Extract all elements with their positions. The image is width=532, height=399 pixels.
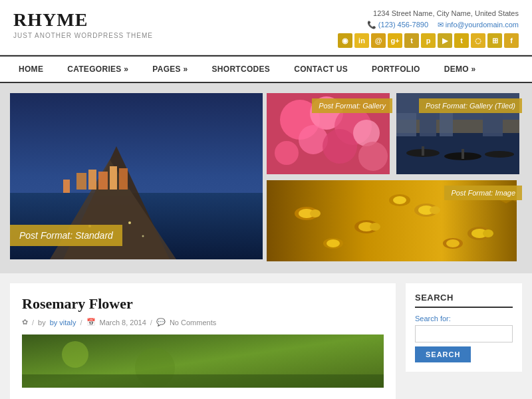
logo-area: RHYME JUST ANOTHER WORDPRESS THEME xyxy=(13,9,153,39)
featured-section: Post Format: Standard xyxy=(0,83,532,273)
svg-rect-32 xyxy=(396,113,416,136)
social-icon-twitter[interactable]: t xyxy=(454,33,469,48)
featured-grid-item-2[interactable]: Post Format: Image xyxy=(267,180,522,263)
svg-point-47 xyxy=(430,206,440,214)
svg-rect-62 xyxy=(22,374,384,388)
svg-point-60 xyxy=(62,341,88,368)
social-icon-tumblr[interactable]: t xyxy=(404,33,419,48)
svg-point-56 xyxy=(446,239,460,247)
meta-separator-2: / xyxy=(80,319,82,327)
svg-rect-9 xyxy=(63,180,70,193)
svg-point-52 xyxy=(327,239,340,247)
featured-grid-label-2: Post Format: Image xyxy=(444,186,522,200)
search-button[interactable]: SEARCH xyxy=(415,346,471,362)
article-title: Rosemary Flower xyxy=(22,295,384,313)
svg-point-12 xyxy=(128,221,131,224)
featured-grid-item-0[interactable]: Post Format: Gallery xyxy=(267,93,392,176)
svg-point-41 xyxy=(310,209,321,217)
nav-demo[interactable]: DEMO » xyxy=(432,57,488,82)
search-widget-title: SEARCH xyxy=(415,293,513,308)
nav-contact[interactable]: CONTACT US xyxy=(282,57,360,82)
social-icon-rss[interactable]: ◌ xyxy=(471,33,485,48)
meta-by: by xyxy=(38,319,46,327)
svg-rect-36 xyxy=(483,110,503,136)
social-icon-youtube[interactable]: ▶ xyxy=(438,33,452,48)
search-widget: SEARCH Search for: SEARCH xyxy=(406,283,522,372)
svg-point-21 xyxy=(275,141,299,165)
social-icon-instagram[interactable]: ◉ xyxy=(338,33,352,48)
contact-info: 1234 Street Name, City Name, United Stat… xyxy=(338,9,519,48)
social-icon-pinterest[interactable]: p xyxy=(421,33,436,48)
svg-rect-5 xyxy=(88,170,96,190)
featured-grid-label-1: Post Format: Gallery (Tiled) xyxy=(419,98,522,113)
main-content: Rosemary Flower ✿ / by by vitaly / 📅 Mar… xyxy=(10,283,396,399)
main-navbar: HOME CATEGORIES » PAGES » SHORTCODES CON… xyxy=(0,55,532,83)
svg-point-50 xyxy=(483,229,493,237)
meta-separator-3: / xyxy=(150,319,152,327)
article-thumbnail xyxy=(22,334,384,388)
svg-point-31 xyxy=(485,151,514,158)
nav-categories[interactable]: CATEGORIES » xyxy=(55,57,140,82)
social-icon-linkedin[interactable]: in xyxy=(354,33,369,48)
svg-rect-28 xyxy=(422,146,424,156)
meta-date-icon: 📅 xyxy=(86,318,96,327)
sidebar: SEARCH Search for: SEARCH xyxy=(406,283,522,399)
meta-date: March 8, 2014 xyxy=(100,319,146,327)
site-subtitle: JUST ANOTHER WORDPRESS THEME xyxy=(13,32,153,39)
svg-point-44 xyxy=(370,223,380,231)
contact-email: info@yourdomain.com xyxy=(438,21,519,29)
featured-main-post[interactable]: Post Format: Standard xyxy=(10,93,263,259)
featured-grid: Post Format: Gallery xyxy=(267,93,522,263)
social-icons-bar: ◉ in @ g+ t p ▶ t ◌ ⊞ f xyxy=(338,33,519,48)
contact-address: 1234 Street Name, City Name, United Stat… xyxy=(338,9,519,17)
meta-category-icon: ✿ xyxy=(22,318,28,327)
social-icon-flickr[interactable]: ⊞ xyxy=(487,33,502,48)
site-title: RHYME xyxy=(13,9,153,31)
svg-point-13 xyxy=(142,235,144,237)
svg-point-22 xyxy=(358,142,388,171)
featured-grid-item-1[interactable]: Post Format: Gallery (Tiled) xyxy=(396,93,522,176)
svg-rect-4 xyxy=(76,173,86,190)
search-input[interactable] xyxy=(415,325,513,342)
svg-rect-8 xyxy=(119,168,128,190)
nav-portfolio[interactable]: PORTFOLIO xyxy=(360,57,432,82)
social-icon-googleplus[interactable]: g+ xyxy=(388,33,402,48)
site-header: RHYME JUST ANOTHER WORDPRESS THEME 1234 … xyxy=(0,0,532,55)
svg-rect-35 xyxy=(440,112,453,136)
svg-rect-6 xyxy=(98,172,108,190)
meta-comments: No Comments xyxy=(170,319,216,327)
social-icon-at[interactable]: @ xyxy=(371,33,386,48)
meta-author: by vitaly xyxy=(50,319,76,327)
svg-rect-30 xyxy=(462,149,464,159)
svg-rect-7 xyxy=(110,166,117,190)
nav-shortcodes[interactable]: SHORTCODES xyxy=(200,57,283,82)
contact-phone: (123) 456-7890 xyxy=(367,21,428,29)
nav-home[interactable]: HOME xyxy=(7,57,55,82)
featured-main-label: Post Format: Standard xyxy=(10,225,122,246)
meta-separator-1: / xyxy=(32,319,34,327)
article-meta: ✿ / by by vitaly / 📅 March 8, 2014 / 💬 N… xyxy=(22,318,384,327)
social-icon-facebook[interactable]: f xyxy=(504,33,519,48)
content-area: Rosemary Flower ✿ / by by vitaly / 📅 Mar… xyxy=(0,273,532,399)
svg-point-54 xyxy=(393,196,406,204)
meta-comment-icon: 💬 xyxy=(156,318,166,327)
nav-pages[interactable]: PAGES » xyxy=(140,57,200,82)
featured-grid-label-0: Post Format: Gallery xyxy=(312,98,392,113)
svg-point-19 xyxy=(323,129,357,164)
search-label: Search for: xyxy=(415,315,513,323)
